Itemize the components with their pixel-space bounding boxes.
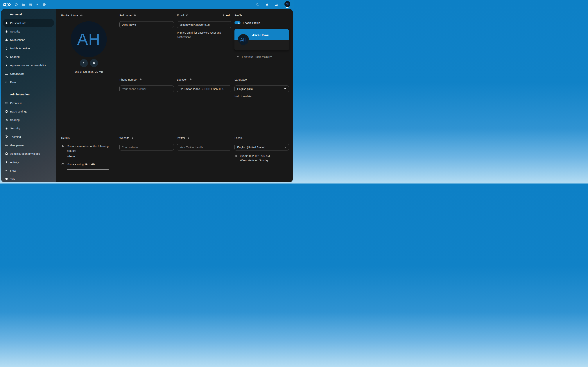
sidebar-item-sharing[interactable]: Sharing (3, 52, 54, 61)
scope-contacts-icon[interactable] (80, 14, 83, 17)
full-name-input[interactable] (120, 21, 174, 28)
mobile-icon (5, 47, 8, 50)
quota-usage-text: You are using 29.1 MB (67, 162, 95, 167)
theming-icon (5, 135, 8, 138)
nextcloud-logo-icon[interactable] (2, 2, 11, 8)
sidebar-item-label: Theming (10, 135, 21, 138)
sidebar-item-label: Flow (10, 169, 16, 172)
sidebar-item-label: Sharing (10, 55, 20, 58)
lock-icon (5, 30, 8, 33)
sidebar-item-label: Basic settings (10, 110, 27, 113)
sidebar-item-label: Administration privileges (10, 152, 40, 155)
sidebar-item-talk[interactable]: Talk (3, 175, 54, 182)
overview-icon (5, 101, 8, 105)
topbar-app-icons (14, 2, 46, 7)
profile-picture-label: Profile picture (61, 14, 78, 17)
location-input[interactable] (177, 85, 231, 92)
profile-card-avatar: AH (238, 34, 249, 45)
enable-profile-label: Enable Profile (243, 21, 260, 25)
settings-sidebar: PersonalPersonal infoSecurityNotificatio… (1, 9, 56, 182)
talk-app-icon[interactable] (42, 2, 46, 7)
flow-icon (5, 81, 8, 84)
topbar-right: AH (255, 1, 290, 8)
scope-contacts-icon[interactable] (186, 14, 189, 17)
contacts-icon[interactable] (275, 3, 279, 7)
sidebar-item-label: Security (10, 30, 20, 33)
group-name: admin (67, 155, 116, 158)
email-input[interactable] (177, 21, 231, 28)
sidebar-item-notifications[interactable]: Notifications (3, 36, 54, 44)
admin-icon (5, 152, 8, 155)
sidebar-item-flow[interactable]: Flow (3, 166, 54, 175)
sidebar-item-personal-info[interactable]: Personal info (3, 19, 54, 27)
activity-icon (5, 161, 8, 164)
nav-heading-personal: Personal (1, 12, 56, 17)
settings-nav: PersonalPersonal infoSecurityNotificatio… (1, 9, 56, 182)
user-menu: AH (285, 1, 290, 8)
sidebar-item-label: Notifications (10, 38, 25, 42)
details-section: Details You are a member of the followin… (61, 135, 116, 182)
sidebar-item-label: Flow (10, 81, 16, 84)
quota-icon (61, 163, 64, 166)
files-app-icon[interactable] (21, 2, 26, 7)
sidebar-item-overview[interactable]: Overview (3, 99, 54, 107)
website-label: Website (120, 136, 129, 140)
help-translate-link[interactable]: Help translate (234, 95, 251, 98)
language-select[interactable]: English (US) (234, 85, 289, 92)
sidebar-item-flow[interactable]: Flow (3, 78, 54, 86)
sidebar-item-security[interactable]: Security (3, 124, 54, 133)
sidebar-item-sharing[interactable]: Sharing (3, 116, 54, 124)
sidebar-item-label: Personal info (10, 21, 26, 25)
search-icon[interactable] (255, 3, 259, 7)
sidebar-item-label: Mobile & desktop (10, 47, 31, 50)
account-icon (5, 21, 8, 25)
nav-list: OverviewBasic settingsSharingSecurityThe… (1, 99, 56, 182)
locale-select[interactable]: English (United States) (234, 144, 289, 150)
activity-app-icon[interactable] (35, 2, 40, 7)
sidebar-item-theming[interactable]: Theming (3, 133, 54, 141)
talk-icon (5, 177, 8, 181)
sidebar-item-mobile-desktop[interactable]: Mobile & desktop (3, 44, 54, 52)
twitter-section: Twitter (177, 135, 231, 182)
twitter-input[interactable] (177, 144, 231, 150)
topbar: AH (0, 0, 294, 9)
sidebar-item-label: Overview (10, 101, 22, 105)
notifications-bell-icon[interactable] (265, 3, 269, 7)
edit-profile-visibility[interactable]: Edit your Profile visibility (234, 55, 289, 58)
phone-input[interactable] (120, 85, 174, 92)
scope-lock-icon[interactable] (131, 136, 134, 139)
profile-card-name: Alice Howe (252, 33, 269, 37)
choose-from-files-button[interactable] (90, 59, 98, 67)
sidebar-item-groupware[interactable]: Groupware (3, 69, 54, 78)
scope-lock-icon[interactable] (187, 136, 190, 139)
phone-label: Phone number (120, 78, 138, 81)
flow-icon (5, 169, 8, 172)
profile-picture-section: Profile picture AH png or jpg, max. 20 M… (61, 13, 116, 77)
photos-app-icon[interactable] (28, 2, 33, 7)
sidebar-item-groupware[interactable]: Groupware (3, 141, 54, 149)
full-name-section: Full name (120, 13, 174, 77)
email-actions-menu[interactable]: ⋯ (226, 23, 229, 26)
upload-avatar-button[interactable] (80, 59, 88, 67)
plus-icon (222, 14, 225, 17)
sidebar-item-label: Activity (10, 161, 19, 164)
sidebar-item-security[interactable]: Security (3, 27, 54, 36)
avatar[interactable]: AH (285, 1, 290, 7)
scope-lock-icon[interactable] (139, 78, 142, 81)
share-icon (5, 55, 8, 58)
sidebar-item-activity[interactable]: Activity (3, 158, 54, 166)
scope-contacts-icon[interactable] (134, 14, 136, 17)
sidebar-item-basic-settings[interactable]: Basic settings (3, 107, 54, 116)
caret-down-icon (284, 147, 286, 148)
dashboard-app-icon[interactable] (14, 2, 18, 7)
profile-preview-card[interactable]: AH Alice Howe (234, 29, 289, 50)
scope-lock-icon[interactable] (190, 78, 192, 81)
website-input[interactable] (120, 144, 174, 150)
avatar-requirements: png or jpg, max. 20 MB (61, 70, 116, 73)
add-email-button[interactable]: Add (222, 14, 231, 17)
sidebar-item-administration-privileges[interactable]: Administration privileges (3, 149, 54, 158)
language-section: Language English (US) Help translate (234, 77, 289, 135)
sidebar-item-appearance-and-accessibility[interactable]: Appearance and accessibility (3, 61, 54, 69)
enable-profile-toggle[interactable] (234, 21, 241, 25)
locale-heading: Locale (234, 136, 242, 140)
